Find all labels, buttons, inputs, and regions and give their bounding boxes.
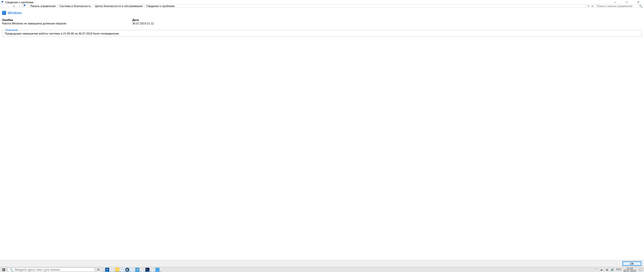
breadcrumb[interactable]: Панель управления	[30, 5, 56, 8]
start-button[interactable]	[0, 267, 8, 272]
search-icon: 🔍	[8, 268, 15, 271]
app-steam[interactable]: ◐	[122, 267, 132, 272]
taskbar-apps: e 🗀 ◐ ⚙ >_ ⬚	[102, 267, 163, 272]
system-tray: ˄ ☁ 🖥 🔊 РУС 21:54 30.07.2019 💬	[594, 267, 644, 272]
up-button[interactable]: ↑	[17, 4, 22, 8]
taskbar-search-input[interactable]	[15, 268, 94, 271]
window-controls: — □ ✕	[609, 0, 644, 4]
app-extra[interactable]: ⬚	[152, 267, 163, 272]
flag-icon	[1, 1, 4, 4]
svg-rect-1	[24, 5, 24, 7]
breadcrumb[interactable]: Система и безопасность	[59, 5, 91, 8]
date-value: 30.07.2019 21:12	[132, 22, 154, 25]
svg-rect-2	[3, 268, 4, 269]
language-indicator[interactable]: РУС	[616, 268, 621, 271]
error-label: Ошибка	[2, 18, 132, 21]
search-box[interactable]: 🔍	[595, 4, 644, 8]
forward-button[interactable]: →	[6, 4, 11, 8]
back-button[interactable]: ←	[0, 4, 6, 8]
app-explorer[interactable]: 🗀	[112, 267, 122, 272]
action-center-icon[interactable]: 💬	[638, 268, 643, 271]
content: Windows Ошибка Работа Windows не заверше…	[0, 8, 644, 262]
date-label: Дата	[132, 18, 154, 21]
clock-date: 30.07.2019	[623, 270, 636, 272]
description-text: Предыдущее завершение работы системы в 2…	[5, 32, 640, 35]
titlebar: Сведения о проблеме — □ ✕	[0, 0, 644, 4]
recent-button[interactable]: ▾	[11, 4, 17, 8]
description-box: Описание Предыдущее завершение работы си…	[2, 28, 642, 37]
breadcrumb[interactable]: Центр безопасности и обслуживания	[95, 5, 143, 8]
onedrive-icon[interactable]: ☁	[600, 268, 603, 271]
volume-icon[interactable]: 🔊	[611, 268, 614, 271]
breadcrumb[interactable]: Сведения о проблеме	[146, 5, 175, 8]
maximize-button[interactable]: □	[621, 0, 632, 4]
heading-text: Windows	[8, 11, 22, 15]
chevron-right-icon: ›	[144, 5, 145, 7]
info-grid: Ошибка Работа Windows не завершена должн…	[2, 18, 642, 25]
command-bar: OK	[0, 260, 644, 267]
app-edge[interactable]: e	[102, 267, 112, 272]
flag-icon	[23, 4, 26, 8]
address-dropdown[interactable]: ▾	[587, 5, 590, 8]
svg-rect-5	[4, 270, 5, 271]
refresh-button[interactable]: ⟳	[591, 5, 594, 8]
chevron-right-icon: ›	[57, 5, 58, 7]
app-control-panel[interactable]: ⚙	[132, 267, 142, 272]
taskbar-search[interactable]: 🔍	[8, 267, 95, 272]
svg-rect-3	[4, 268, 5, 269]
page-heading: Windows	[2, 11, 642, 15]
date-col: Дата 30.07.2019 21:12	[132, 18, 154, 25]
svg-rect-4	[3, 270, 4, 271]
ok-button[interactable]: OK	[622, 261, 641, 266]
tray-overflow[interactable]: ˄	[594, 268, 598, 271]
window-title: Сведения о проблеме	[5, 1, 34, 4]
search-input[interactable]	[597, 5, 639, 8]
minimize-button[interactable]: —	[609, 0, 621, 4]
app-powershell[interactable]: >_	[142, 267, 152, 272]
error-value: Работа Windows не завершена должным обра…	[2, 22, 132, 25]
description-label: Описание	[5, 28, 19, 31]
svg-rect-0	[2, 1, 2, 4]
address-bar[interactable]: › Панель управления › Система и безопасн…	[22, 4, 586, 8]
clock[interactable]: 21:54 30.07.2019	[623, 267, 636, 272]
chevron-right-icon: ›	[28, 5, 29, 7]
taskbar: 🔍 ⧉ e 🗀 ◐ ⚙ >_ ⬚ ˄ ☁ 🖥 🔊 РУС 21:54 30.07…	[0, 267, 644, 272]
address-right: ▾ ⟳	[586, 5, 595, 8]
chevron-right-icon: ›	[93, 5, 93, 7]
navbar: ← → ▾ ↑ › Панель управления › Система и …	[0, 4, 644, 8]
close-button[interactable]: ✕	[632, 0, 644, 4]
task-view-button[interactable]: ⧉	[95, 267, 102, 272]
error-col: Ошибка Работа Windows не завершена должн…	[2, 18, 132, 25]
network-icon[interactable]: 🖥	[605, 268, 609, 271]
search-icon: 🔍	[639, 5, 642, 8]
windows-icon	[2, 11, 6, 15]
